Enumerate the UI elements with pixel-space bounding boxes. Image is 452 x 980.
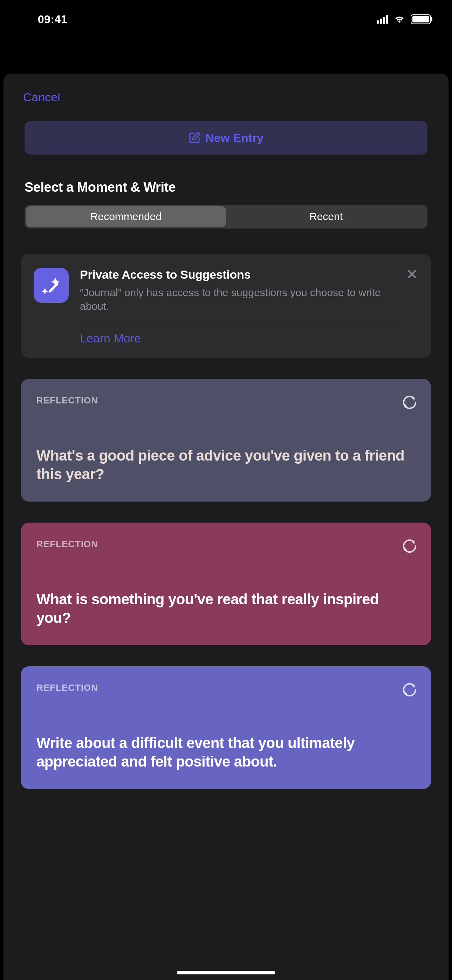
learn-more-button[interactable]: Learn More (80, 332, 141, 345)
card-prompt-text: Write about a difficult event that you u… (37, 699, 415, 771)
close-icon[interactable] (406, 268, 419, 280)
new-entry-label: New Entry (205, 131, 264, 145)
status-icons (377, 14, 431, 24)
card-category-label: REFLECTION (37, 395, 415, 406)
privacy-description: “Journal” only has access to the suggest… (80, 286, 401, 313)
privacy-info-card: Private Access to Suggestions “Journal” … (21, 254, 431, 358)
magic-wand-icon (33, 268, 69, 303)
section-title: Select a Moment & Write (3, 154, 449, 205)
wifi-icon (393, 14, 406, 24)
refresh-icon[interactable] (401, 537, 419, 555)
tab-recommended[interactable]: Recommended (26, 206, 226, 227)
tab-recent[interactable]: Recent (226, 206, 426, 227)
segmented-control: Recommended Recent (24, 205, 428, 229)
card-prompt-text: What is something you've read that reall… (37, 555, 415, 627)
svg-rect-0 (48, 283, 59, 293)
refresh-icon[interactable] (401, 394, 419, 411)
modal-sheet: Cancel New Entry Select a Moment & Write… (3, 73, 449, 980)
reflection-card[interactable]: REFLECTION What's a good piece of advice… (21, 379, 431, 501)
compose-icon (188, 131, 201, 144)
status-time: 09:41 (0, 13, 105, 26)
card-prompt-text: What's a good piece of advice you've giv… (37, 412, 415, 483)
privacy-content: Private Access to Suggestions “Journal” … (80, 268, 419, 345)
card-category-label: REFLECTION (37, 682, 415, 693)
reflection-card[interactable]: REFLECTION What is something you've read… (21, 523, 431, 645)
cancel-button[interactable]: Cancel (3, 91, 60, 104)
refresh-icon[interactable] (401, 681, 419, 698)
new-entry-button[interactable]: New Entry (24, 121, 428, 154)
home-indicator[interactable] (177, 971, 275, 974)
status-bar: 09:41 (0, 0, 452, 38)
privacy-title: Private Access to Suggestions (80, 268, 401, 282)
battery-icon (411, 14, 431, 24)
reflection-card[interactable]: REFLECTION Write about a difficult event… (21, 666, 431, 789)
card-category-label: REFLECTION (37, 539, 415, 550)
cellular-signal-icon (377, 15, 388, 24)
